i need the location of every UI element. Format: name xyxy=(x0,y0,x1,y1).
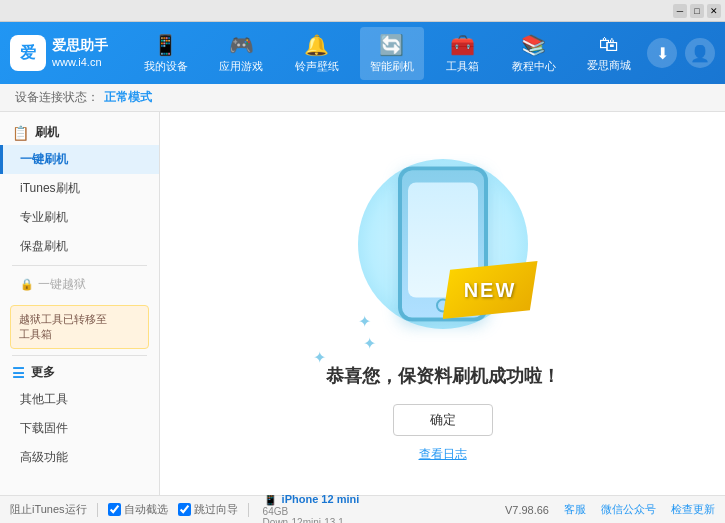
nav-ringtones[interactable]: 🔔 铃声壁纸 xyxy=(285,27,349,80)
itunes-status: 阻止iTunes运行 xyxy=(10,502,87,517)
nav-smart-flash[interactable]: 🔄 智能刷机 xyxy=(360,27,424,80)
nav-my-device[interactable]: 📱 我的设备 xyxy=(134,27,198,80)
store-icon: 🛍 xyxy=(599,33,619,56)
phone-icon: 📱 xyxy=(153,33,178,57)
wechat-link[interactable]: 微信公众号 xyxy=(601,502,656,517)
logo: 爱 爱思助手 www.i4.cn xyxy=(10,35,108,71)
bottom-bar: 阻止iTunes运行 自动截选 跳过向导 📱 iPhone 12 mini 64… xyxy=(0,495,725,523)
sidebar-item-save-flash[interactable]: 保盘刷机 xyxy=(0,232,159,261)
main-layout: 📋 刷机 一键刷机 iTunes刷机 专业刷机 保盘刷机 🔒 一键越狱 越狱工具… xyxy=(0,112,725,495)
nav-iet-store[interactable]: 🛍 爱思商城 xyxy=(577,27,641,79)
logo-icon: 爱 xyxy=(10,35,46,71)
user-button[interactable]: 👤 xyxy=(685,38,715,68)
sidebar-item-advanced[interactable]: 高级功能 xyxy=(0,443,159,472)
nav-bar: 📱 我的设备 🎮 应用游戏 🔔 铃声壁纸 🔄 智能刷机 🧰 工具箱 📚 教程中心… xyxy=(128,27,647,80)
menu-icon: ☰ xyxy=(12,365,25,381)
clipboard-icon: 📋 xyxy=(12,125,29,141)
content-area: NEW ✦ ✦ ✦ 恭喜您，保资料刷机成功啦！ 确定 查看日志 xyxy=(160,112,725,495)
auto-start-checkbox[interactable]: 自动截选 xyxy=(108,502,168,517)
check-update-link[interactable]: 检查更新 xyxy=(671,502,715,517)
sidebar-section-jailbreak: 🔒 一键越狱 xyxy=(0,270,159,299)
version-label: V7.98.66 xyxy=(505,504,549,516)
gamepad-icon: 🎮 xyxy=(229,33,254,57)
sidebar-item-pro-flash[interactable]: 专业刷机 xyxy=(0,203,159,232)
sidebar-item-itunes-flash[interactable]: iTunes刷机 xyxy=(0,174,159,203)
sidebar-item-download-firmware[interactable]: 下载固件 xyxy=(0,414,159,443)
sidebar: 📋 刷机 一键刷机 iTunes刷机 专业刷机 保盘刷机 🔒 一键越狱 越狱工具… xyxy=(0,112,160,495)
device-model: Down-12mini-13,1 xyxy=(263,517,360,524)
success-illustration: NEW ✦ ✦ ✦ xyxy=(343,144,543,344)
skip-guide-input[interactable] xyxy=(178,503,191,516)
auto-start-input[interactable] xyxy=(108,503,121,516)
nav-toolbox[interactable]: 🧰 工具箱 xyxy=(435,27,490,80)
sidebar-item-other-tools[interactable]: 其他工具 xyxy=(0,385,159,414)
support-link[interactable]: 客服 xyxy=(564,502,586,517)
jailbreak-warning: 越狱工具已转移至 工具箱 xyxy=(10,305,149,349)
bottombar-left: 阻止iTunes运行 自动截选 跳过向导 📱 iPhone 12 mini 64… xyxy=(10,492,505,524)
nav-tutorial[interactable]: 📚 教程中心 xyxy=(502,27,566,80)
book-icon: 📚 xyxy=(521,33,546,57)
device-info: 📱 iPhone 12 mini 64GB Down-12mini-13,1 xyxy=(263,492,360,524)
divider2 xyxy=(248,503,249,517)
refresh-icon: 🔄 xyxy=(379,33,404,57)
bell-icon: 🔔 xyxy=(304,33,329,57)
bottombar-right: V7.98.66 客服 微信公众号 检查更新 xyxy=(505,502,715,517)
success-title: 恭喜您，保资料刷机成功啦！ xyxy=(326,364,560,388)
sidebar-divider-1 xyxy=(12,265,147,266)
device-storage: 64GB xyxy=(263,506,360,517)
download-button[interactable]: ⬇ xyxy=(647,38,677,68)
new-badge: NEW xyxy=(443,261,538,319)
skip-guide-checkbox[interactable]: 跳过向导 xyxy=(178,502,238,517)
sparkle-2: ✦ xyxy=(313,348,513,367)
sidebar-section-more: ☰ 更多 xyxy=(0,360,159,385)
status-bar: 设备连接状态： 正常模式 xyxy=(0,84,725,112)
sidebar-divider-2 xyxy=(12,355,147,356)
close-button[interactable]: ✕ xyxy=(707,4,721,18)
minimize-button[interactable]: ─ xyxy=(673,4,687,18)
titlebar: ─ □ ✕ xyxy=(0,0,725,22)
header-actions: ⬇ 👤 xyxy=(647,38,715,68)
header: 爱 爱思助手 www.i4.cn 📱 我的设备 🎮 应用游戏 🔔 铃声壁纸 🔄 … xyxy=(0,22,725,84)
logo-text: 爱思助手 www.i4.cn xyxy=(52,36,108,71)
divider xyxy=(97,503,98,517)
sidebar-item-one-click-flash[interactable]: 一键刷机 xyxy=(0,145,159,174)
view-log-link[interactable]: 查看日志 xyxy=(419,446,467,463)
confirm-button[interactable]: 确定 xyxy=(393,404,493,436)
nav-apps-games[interactable]: 🎮 应用游戏 xyxy=(209,27,273,80)
maximize-button[interactable]: □ xyxy=(690,4,704,18)
sidebar-section-flash: 📋 刷机 xyxy=(0,120,159,145)
lock-icon: 🔒 xyxy=(20,278,34,291)
toolbox-icon: 🧰 xyxy=(450,33,475,57)
